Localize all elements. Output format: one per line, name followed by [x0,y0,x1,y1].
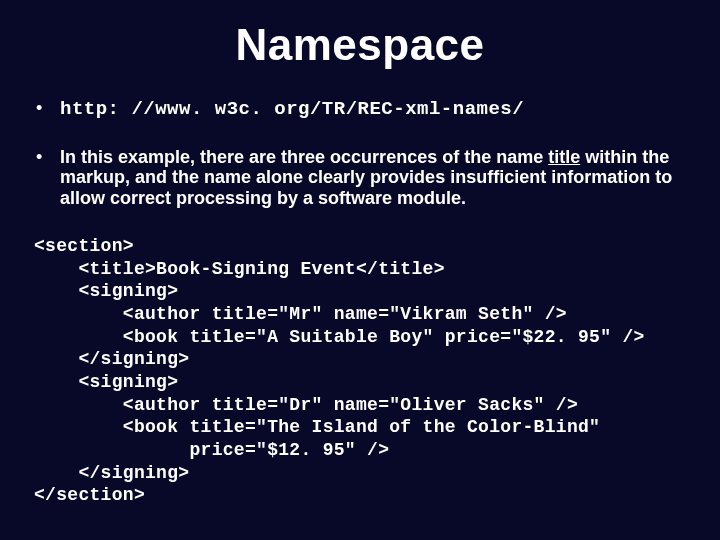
slide-title: Namespace [30,20,690,70]
url-text: http: //www. w3c. org/TR/REC-xml-names/ [60,98,524,120]
bullet-list: http: //www. w3c. org/TR/REC-xml-names/ … [30,98,690,209]
slide: Namespace http: //www. w3c. org/TR/REC-x… [0,0,720,540]
desc-underlined-word: title [548,147,580,167]
desc-pre: In this example, there are three occurre… [60,147,548,167]
bullet-description: In this example, there are three occurre… [30,147,690,209]
bullet-url: http: //www. w3c. org/TR/REC-xml-names/ [30,98,690,121]
xml-code-block: <section> <title>Book-Signing Event</tit… [34,235,690,507]
description-text: In this example, there are three occurre… [60,147,672,208]
